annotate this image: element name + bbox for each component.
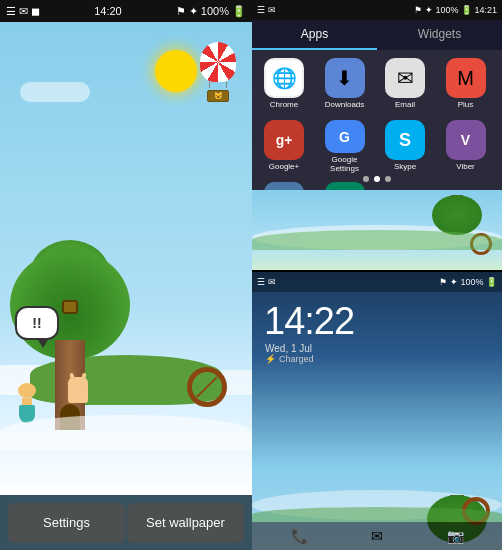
app-icon-downloads[interactable]: ⬇ Downloads: [321, 58, 369, 112]
viber-label: Viber: [456, 163, 475, 172]
lockscreen-charged: ⚡ Charged: [252, 354, 502, 364]
apps-widgets-tabs: Apps Widgets: [252, 20, 502, 50]
app-icon-plus[interactable]: M Plus: [442, 58, 490, 112]
left-panel: ☰ ✉ ◼ 14:20 ⚑ ✦ 100% 🔋 🐱: [0, 0, 252, 550]
rb-message-icon[interactable]: ✉: [366, 525, 388, 547]
chrome-icon: 🌐: [264, 58, 304, 98]
right-bottom-lockscreen: ☰ ✉ ⚑ ✦ 100% 🔋 14:22 Wed, 1 Jul ⚡ Charge…: [252, 272, 502, 550]
settings-button[interactable]: Settings: [8, 503, 125, 543]
balloon-ropes: [204, 82, 232, 88]
email-label: Email: [395, 101, 415, 110]
rb-status-left: ☰ ✉: [257, 277, 276, 287]
rb-status-bar: ☰ ✉ ⚑ ✦ 100% 🔋: [252, 272, 502, 292]
cloud-base: [0, 415, 252, 450]
app-icon-email[interactable]: ✉ Email: [381, 58, 429, 112]
balloon-character: 🐱: [214, 92, 223, 100]
plus-label: Plus: [458, 101, 474, 110]
rb-grass: [252, 507, 502, 522]
mermaid-body: [22, 398, 32, 405]
lockscreen-time: 14:22: [252, 292, 502, 343]
skype-icon: S: [385, 120, 425, 160]
app-icon-googleplus[interactable]: g+ Google+: [260, 120, 308, 174]
balloon-envelope: [200, 42, 236, 82]
balloon-basket: 🐱: [207, 90, 229, 102]
rt-ground: [252, 230, 502, 250]
googleplus-icon: g+: [264, 120, 304, 160]
skype-label: Skype: [394, 163, 416, 172]
dot-2-active: [374, 176, 380, 182]
googleplus-label: Google+: [269, 163, 299, 172]
hot-air-balloon: 🐱: [194, 42, 242, 102]
mermaid-head: [18, 383, 36, 398]
right-top-status-bar: ☰ ✉ ⚑ ✦ 100% 🔋 14:21: [252, 0, 502, 20]
rb-camera-icon[interactable]: 📷: [444, 525, 466, 547]
page-dots: [252, 172, 502, 186]
cat-ear-right: [81, 373, 86, 380]
left-status-right-icons: ⚑ ✦ 100% 🔋: [176, 5, 246, 18]
rt-mini-scene: [252, 190, 502, 270]
rt-status-left: ☰ ✉: [257, 5, 276, 15]
set-wallpaper-button[interactable]: Set wallpaper: [127, 503, 244, 543]
plus-icon: M: [446, 58, 486, 98]
rt-foliage: [432, 195, 482, 235]
app-icon-skype[interactable]: S Skype: [381, 120, 429, 174]
left-scene: 🐱 !!: [0, 22, 252, 495]
rt-status-right: ⚑ ✦ 100% 🔋 14:21: [414, 5, 497, 15]
right-panel: ☰ ✉ ⚑ ✦ 100% 🔋 14:21 Apps Widgets 🌐 Chro…: [252, 0, 502, 550]
tab-widgets[interactable]: Widgets: [377, 20, 502, 50]
app-icon-google-settings[interactable]: G Google Settings: [321, 120, 369, 174]
treehouse-window: [62, 300, 78, 314]
chrome-label: Chrome: [270, 101, 298, 110]
rb-status-right: ⚑ ✦ 100% 🔋: [439, 277, 497, 287]
left-buttons-bar: Settings Set wallpaper: [0, 495, 252, 550]
mermaid-character: [12, 383, 42, 423]
downloads-icon: ⬇: [325, 58, 365, 98]
app-icon-viber[interactable]: V Viber: [442, 120, 490, 174]
cat-head: [69, 377, 87, 391]
google-settings-icon: G: [325, 120, 365, 153]
treehouse-wheel: [187, 367, 227, 407]
cloud-top-left: [20, 82, 90, 102]
left-status-left-icons: ☰ ✉ ◼: [6, 5, 40, 18]
lockscreen-date: Wed, 1 Jul: [252, 343, 502, 354]
tab-apps[interactable]: Apps: [252, 20, 377, 50]
dot-1: [363, 176, 369, 182]
rb-bottom-nav-bar: 📞 ✉ 📷: [252, 522, 502, 550]
app-icon-chrome[interactable]: 🌐 Chrome: [260, 58, 308, 112]
left-status-time: 14:20: [94, 5, 122, 17]
dot-3: [385, 176, 391, 182]
right-top-screen: ☰ ✉ ⚑ ✦ 100% 🔋 14:21 Apps Widgets 🌐 Chro…: [252, 0, 502, 270]
speech-bubble: !!: [15, 306, 59, 340]
viber-icon: V: [446, 120, 486, 160]
sun: [155, 50, 197, 92]
rb-phone-icon[interactable]: 📞: [288, 525, 310, 547]
left-status-bar: ☰ ✉ ◼ 14:20 ⚑ ✦ 100% 🔋: [0, 0, 252, 22]
cat-character: [68, 377, 88, 403]
downloads-label: Downloads: [325, 101, 365, 110]
email-icon: ✉: [385, 58, 425, 98]
